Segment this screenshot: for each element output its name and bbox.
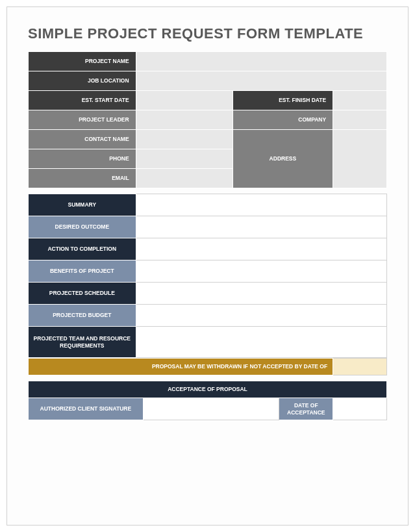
- field-est-start[interactable]: [136, 91, 233, 110]
- row-contact: CONTACT NAME ADDRESS: [29, 130, 387, 149]
- label-team: PROJECTED TEAM AND RESOURCE REQUIREMENTS: [29, 327, 136, 358]
- label-outcome: DESIRED OUTCOME: [29, 216, 136, 238]
- row-signature: AUTHORIZED CLIENT SIGNATURE DATE OF ACCE…: [29, 398, 387, 420]
- field-company[interactable]: [333, 110, 387, 130]
- label-company: COMPANY: [233, 110, 333, 130]
- row-team: PROJECTED TEAM AND RESOURCE REQUIREMENTS: [29, 327, 387, 358]
- field-benefits[interactable]: [136, 260, 386, 283]
- field-accept-date[interactable]: [333, 398, 387, 420]
- label-est-start: EST. START DATE: [29, 91, 136, 110]
- row-withdrawal: PROPOSAL MAY BE WITHDRAWN IF NOT ACCEPTE…: [29, 359, 387, 375]
- field-est-finish[interactable]: [333, 91, 387, 110]
- row-benefits: BENEFITS OF PROJECT: [29, 260, 387, 283]
- row-project-name: PROJECT NAME: [29, 52, 387, 71]
- label-contact-name: CONTACT NAME: [29, 130, 136, 149]
- form-page: SIMPLE PROJECT REQUEST FORM TEMPLATE PRO…: [6, 6, 409, 526]
- label-est-finish: EST. FINISH DATE: [233, 91, 333, 110]
- label-job-location: JOB LOCATION: [29, 71, 136, 91]
- row-job-location: JOB LOCATION: [29, 71, 387, 91]
- label-acceptance-header: ACCEPTANCE OF PROPOSAL: [29, 381, 387, 398]
- label-signature: AUTHORIZED CLIENT SIGNATURE: [29, 398, 144, 420]
- field-job-location[interactable]: [136, 71, 386, 91]
- label-accept-date: DATE OF ACCEPTANCE: [279, 398, 333, 420]
- label-project-name: PROJECT NAME: [29, 52, 136, 71]
- label-summary: SUMMARY: [29, 194, 136, 216]
- field-project-leader[interactable]: [136, 110, 233, 130]
- page-title: SIMPLE PROJECT REQUEST FORM TEMPLATE: [28, 25, 387, 42]
- row-outcome: DESIRED OUTCOME: [29, 216, 387, 238]
- field-address[interactable]: [333, 130, 387, 188]
- field-team[interactable]: [136, 327, 386, 358]
- field-project-name[interactable]: [136, 52, 386, 71]
- label-withdrawal: PROPOSAL MAY BE WITHDRAWN IF NOT ACCEPTE…: [29, 359, 333, 375]
- row-dates: EST. START DATE EST. FINISH DATE: [29, 91, 387, 110]
- label-budget: PROJECTED BUDGET: [29, 305, 136, 327]
- row-acceptance-header: ACCEPTANCE OF PROPOSAL: [29, 381, 387, 398]
- field-action[interactable]: [136, 238, 386, 260]
- field-outcome[interactable]: [136, 216, 386, 238]
- section-acceptance: ACCEPTANCE OF PROPOSAL AUTHORIZED CLIENT…: [28, 381, 387, 420]
- field-email[interactable]: [136, 169, 233, 188]
- section-withdrawal: PROPOSAL MAY BE WITHDRAWN IF NOT ACCEPTE…: [28, 358, 387, 375]
- field-signature[interactable]: [143, 398, 279, 420]
- field-phone[interactable]: [136, 149, 233, 169]
- field-contact-name[interactable]: [136, 130, 233, 149]
- row-budget: PROJECTED BUDGET: [29, 305, 387, 327]
- label-schedule: PROJECTED SCHEDULE: [29, 283, 136, 305]
- field-budget[interactable]: [136, 305, 386, 327]
- label-email: EMAIL: [29, 169, 136, 188]
- row-schedule: PROJECTED SCHEDULE: [29, 283, 387, 305]
- field-schedule[interactable]: [136, 283, 386, 305]
- label-phone: PHONE: [29, 149, 136, 169]
- label-address: ADDRESS: [233, 130, 333, 188]
- row-action: ACTION TO COMPLETION: [29, 238, 387, 260]
- label-project-leader: PROJECT LEADER: [29, 110, 136, 130]
- label-action: ACTION TO COMPLETION: [29, 238, 136, 260]
- section-project-info: PROJECT NAME JOB LOCATION EST. START DAT…: [28, 51, 387, 188]
- field-withdrawal-date[interactable]: [333, 359, 387, 375]
- field-summary[interactable]: [136, 194, 386, 216]
- row-leader: PROJECT LEADER COMPANY: [29, 110, 387, 130]
- section-details: SUMMARY DESIRED OUTCOME ACTION TO COMPLE…: [28, 194, 387, 358]
- row-summary: SUMMARY: [29, 194, 387, 216]
- label-benefits: BENEFITS OF PROJECT: [29, 260, 136, 283]
